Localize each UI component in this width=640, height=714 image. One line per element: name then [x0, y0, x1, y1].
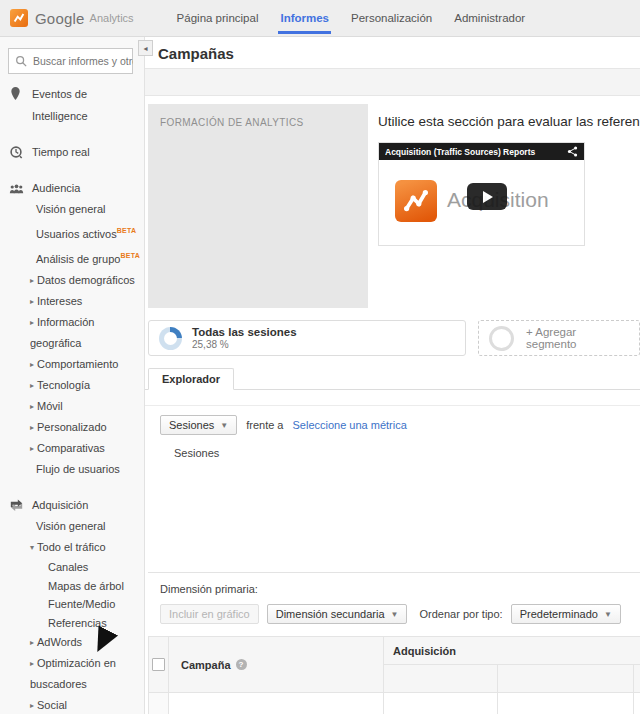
summary-extra	[634, 693, 640, 714]
play-button-icon[interactable]	[467, 183, 507, 210]
sidebar-item-visión-general[interactable]: Visión general	[0, 199, 144, 220]
sidebar-item-label: Móvil	[37, 400, 63, 412]
row-campaign-cell	[169, 693, 384, 714]
add-segment-label: + Agregar segmento	[526, 326, 629, 350]
sidebar-item-comparativas[interactable]: ▸Comparativas	[0, 438, 144, 459]
sidebar-item-personalizado[interactable]: ▸Personalizado	[0, 417, 144, 438]
triangle-right-icon: ▸	[30, 360, 34, 369]
overview-side-text	[598, 142, 640, 246]
tab-explorador[interactable]: Explorador	[148, 368, 234, 390]
sessions-chart	[157, 462, 640, 554]
sidebar-item-comportamiento[interactable]: ▸Comportamiento	[0, 354, 144, 375]
sidebar-item-label: Adquisición	[32, 499, 88, 511]
sidebar-item-información-geográfica[interactable]: ▸Información geográfica	[0, 312, 144, 354]
sidebar-item-label: AdWords	[37, 636, 82, 648]
main-content: Campañas FORMACIÓN DE ANALYTICS Utilice …	[145, 37, 640, 714]
sidebar-item-referencias[interactable]: Referencias	[0, 614, 144, 633]
search-input[interactable]	[31, 54, 135, 68]
segment-name: Todas las sesiones	[192, 326, 297, 339]
sidebar-item-mapas-de-árbol[interactable]: Mapas de árbol	[0, 577, 144, 596]
sidebar-item-label: Canales	[48, 561, 88, 573]
segment-all-sessions[interactable]: Todas las sesiones 25,38 %	[148, 320, 466, 356]
chevron-down-icon: ▼	[220, 421, 228, 430]
segment-donut-icon	[159, 327, 182, 350]
sidebar-item-optimización-en-buscadores[interactable]: ▸Optimización en buscadores	[0, 653, 144, 695]
triangle-down-icon: ▾	[30, 543, 34, 552]
sidebar-item-label: Referencias	[48, 617, 107, 629]
sidebar-menu: Eventos de IntelligenceTiempo realAudien…	[0, 83, 144, 714]
page-title: Campañas	[158, 45, 640, 62]
secondary-dimension-button[interactable]: Dimensión secundaria▼	[267, 604, 408, 624]
sidebar-item-flujo-de-usuarios[interactable]: Flujo de usuarios	[0, 459, 144, 480]
chart-x-axis	[157, 554, 640, 569]
help-icon[interactable]: ?	[236, 659, 247, 670]
metric-group-tabs	[145, 390, 640, 406]
top-bar: Google Analytics Página principalInforme…	[0, 0, 640, 37]
plot-rows-button[interactable]: Incluir en gráfico	[160, 604, 259, 624]
report-search	[8, 48, 133, 74]
group-header-acquisition: Adquisición	[384, 637, 640, 665]
sidebar-item-label: Audiencia	[32, 182, 80, 194]
triangle-right-icon: ▸	[30, 381, 34, 390]
chevron-down-icon: ▼	[391, 610, 399, 619]
sidebar-item-todo-el-tráfico[interactable]: ▾Todo el tráfico	[0, 537, 144, 558]
sidebar-item-label: Comportamiento	[37, 358, 118, 370]
sidebar-item-eventos-de-intelligence[interactable]: Eventos de Intelligence	[0, 83, 144, 127]
column-header-campaign[interactable]: Campaña?	[169, 637, 384, 693]
select-all-checkbox[interactable]	[152, 658, 165, 671]
sidebar-item-label: Flujo de usuarios	[36, 463, 120, 475]
sidebar-item-label: Mapas de árbol	[48, 580, 124, 592]
sidebar-item-visión-general[interactable]: Visión general	[0, 516, 144, 537]
sort-type-label: Ordenar por tipo:	[419, 608, 502, 620]
sidebar-item-label: Análisis de grupo	[36, 253, 120, 265]
metric-select[interactable]: Sesiones▼	[160, 415, 237, 435]
triangle-right-icon: ▸	[30, 276, 34, 285]
column-header-extra	[634, 665, 640, 693]
campaigns-table: Campaña? Adquisición	[148, 636, 640, 714]
sidebar-item-canales[interactable]: Canales	[0, 558, 144, 577]
sidebar-item-datos-demográficos[interactable]: ▸Datos demográficos	[0, 270, 144, 291]
sidebar-item-label: Información geográfica	[30, 316, 95, 349]
select-metric-link[interactable]: Seleccione una métrica	[293, 419, 407, 431]
triangle-right-icon: ▸	[30, 638, 34, 647]
video-thumbnail[interactable]: Acquisition (Traffic Sources) Reports Ac…	[378, 142, 585, 246]
column-header-new-sessions[interactable]	[498, 665, 634, 693]
nav-item-administrador[interactable]: Administrador	[443, 0, 536, 36]
select-all-cell	[149, 637, 169, 693]
share-icon[interactable]	[567, 146, 578, 157]
sidebar-item-adquisición[interactable]: Adquisición	[0, 494, 144, 516]
analytics-logo-icon	[10, 9, 28, 27]
explorer-tab-row: Explorador	[145, 368, 640, 390]
triangle-right-icon: ▸	[30, 297, 34, 306]
sidebar-item-tecnología[interactable]: ▸Tecnología	[0, 375, 144, 396]
sidebar-item-label: Visión general	[36, 520, 106, 532]
add-segment-button[interactable]: + Agregar segmento	[478, 320, 640, 356]
sidebar-item-adwords[interactable]: ▸AdWords	[0, 632, 144, 653]
vs-label: frente a	[246, 419, 283, 431]
sidebar-item-móvil[interactable]: ▸Móvil	[0, 396, 144, 417]
sidebar-item-label: Datos demográficos	[37, 274, 135, 286]
analytics-video-logo-icon	[395, 180, 437, 222]
google-analytics-logo: Google Analytics	[10, 9, 134, 27]
sidebar-collapse-button[interactable]: ◂	[138, 40, 153, 56]
sidebar-item-intereses[interactable]: ▸Intereses	[0, 291, 144, 312]
triangle-right-icon: ▸	[30, 659, 34, 668]
nav-item-personalización[interactable]: Personalización	[340, 0, 443, 36]
sidebar-item-análisis-de-grupo[interactable]: Análisis de grupoBETA	[0, 245, 144, 270]
sidebar-item-audiencia[interactable]: Audiencia	[0, 177, 144, 199]
triangle-right-icon: ▸	[30, 423, 34, 432]
sidebar-item-tiempo-real[interactable]: Tiempo real	[0, 141, 144, 163]
summary-new-sessions	[498, 693, 634, 714]
sidebar-item-fuente-medio[interactable]: Fuente/Medio	[0, 595, 144, 614]
primary-nav: Página principalInformesPersonalizaciónA…	[166, 0, 537, 36]
sidebar-item-label: Personalizado	[37, 421, 107, 433]
sidebar-item-label: Todo el tráfico	[37, 541, 105, 553]
nav-item-página-principal[interactable]: Página principal	[166, 0, 270, 36]
section-overview: Utilice esta sección para evaluar las re…	[378, 104, 640, 308]
sort-type-button[interactable]: Predeterminado▼	[511, 604, 621, 624]
triangle-right-icon: ▸	[30, 444, 34, 453]
column-header-sessions[interactable]	[384, 665, 498, 693]
nav-item-informes[interactable]: Informes	[269, 0, 340, 36]
sidebar-item-usuarios-activos[interactable]: Usuarios activosBETA	[0, 220, 144, 245]
sidebar-item-social[interactable]: ▸Social	[0, 695, 144, 714]
